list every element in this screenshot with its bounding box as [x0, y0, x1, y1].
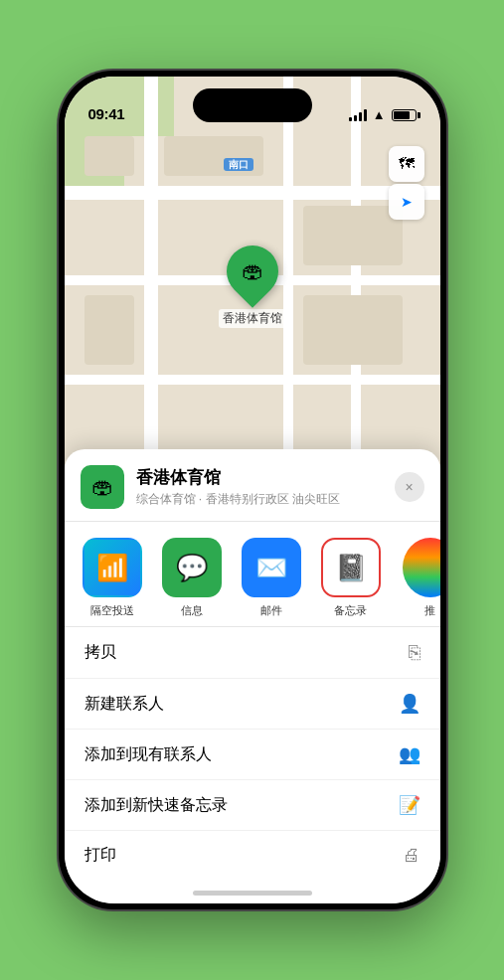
more-label: 推 — [424, 603, 435, 618]
add-notes-label: 添加到新快速备忘录 — [84, 795, 228, 816]
messages-label: 信息 — [181, 603, 203, 618]
wifi-icon: ▲ — [373, 107, 386, 122]
map-area[interactable]: 南口 🏟 香港体育馆 🗺 ➤ — [65, 77, 440, 494]
share-item-mail[interactable]: ✉️ 邮件 — [232, 538, 311, 618]
venue-title: 香港体育馆 — [136, 466, 395, 489]
home-indicator — [193, 891, 312, 896]
status-time: 09:41 — [88, 105, 125, 122]
close-button[interactable]: × — [395, 472, 424, 502]
more-dots — [403, 538, 440, 597]
map-controls: 🗺 ➤ — [389, 146, 424, 220]
battery-icon — [392, 109, 417, 121]
pin-circle: 🏟 — [216, 235, 289, 308]
phone-frame: 09:41 ▲ — [59, 71, 446, 909]
more-icon — [401, 538, 440, 597]
share-item-messages[interactable]: 💬 信息 — [152, 538, 232, 618]
mail-label: 邮件 — [260, 603, 282, 618]
messages-icon: 💬 — [162, 538, 222, 597]
action-list: 拷贝 ⎘ 新建联系人 👤 添加到现有联系人 👥 添加到新快速备忘录 📝 打印 — [65, 626, 440, 880]
notes-label: 备忘录 — [334, 603, 367, 618]
print-icon: 🖨 — [403, 845, 420, 866]
mail-icon: ✉️ — [242, 538, 301, 597]
venue-logo: 🏟 — [81, 465, 124, 509]
add-existing-label: 添加到现有联系人 — [84, 744, 212, 765]
phone-screen: 09:41 ▲ — [65, 77, 440, 903]
new-contact-icon: 👤 — [399, 693, 420, 715]
copy-label: 拷贝 — [84, 642, 116, 663]
map-label-nkou: 南口 — [224, 154, 253, 172]
share-item-more[interactable]: 推 — [391, 538, 440, 618]
action-add-existing[interactable]: 添加到现有联系人 👥 — [65, 730, 440, 780]
venue-subtitle: 综合体育馆 · 香港特别行政区 油尖旺区 — [136, 491, 395, 508]
sheet-header: 🏟 香港体育馆 综合体育馆 · 香港特别行政区 油尖旺区 × — [65, 449, 440, 522]
status-icons: ▲ — [349, 107, 417, 122]
share-item-notes[interactable]: 📓 备忘录 — [311, 538, 391, 618]
pin-icon: 🏟 — [242, 258, 263, 284]
add-existing-icon: 👥 — [399, 743, 420, 765]
airdrop-icon: 📶 — [83, 538, 142, 597]
share-item-airdrop[interactable]: 📶 隔空投送 — [73, 538, 152, 618]
bottom-sheet: 🏟 香港体育馆 综合体育馆 · 香港特别行政区 油尖旺区 × 📶 隔空投送 — [65, 449, 440, 903]
venue-info: 香港体育馆 综合体育馆 · 香港特别行政区 油尖旺区 — [136, 466, 395, 508]
dynamic-island — [193, 88, 312, 122]
add-notes-icon: 📝 — [399, 794, 420, 816]
action-copy[interactable]: 拷贝 ⎘ — [65, 627, 440, 679]
venue-pin: 🏟 香港体育馆 — [219, 245, 286, 328]
action-print[interactable]: 打印 🖨 — [65, 831, 440, 880]
copy-icon: ⎘ — [409, 641, 420, 664]
signal-icon — [349, 109, 367, 121]
notes-icon: 📓 — [321, 538, 381, 597]
print-label: 打印 — [84, 845, 116, 866]
location-button[interactable]: ➤ — [389, 184, 424, 220]
share-row: 📶 隔空投送 💬 信息 ✉️ 邮件 — [65, 522, 440, 626]
new-contact-label: 新建联系人 — [84, 694, 164, 715]
map-type-button[interactable]: 🗺 — [389, 146, 424, 182]
action-add-notes[interactable]: 添加到新快速备忘录 📝 — [65, 780, 440, 831]
airdrop-label: 隔空投送 — [90, 603, 134, 618]
action-new-contact[interactable]: 新建联系人 👤 — [65, 679, 440, 730]
pin-label: 香港体育馆 — [219, 309, 286, 328]
